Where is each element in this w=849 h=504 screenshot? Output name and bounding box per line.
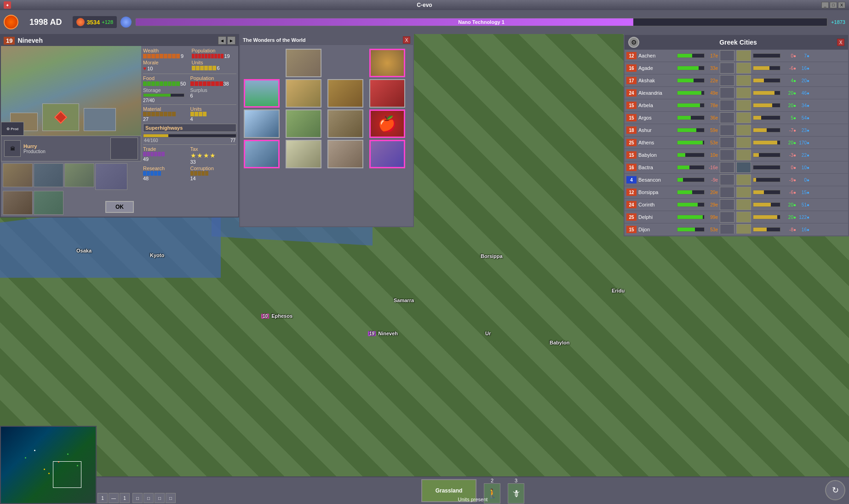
wonder-eiffel[interactable] xyxy=(286,140,321,168)
wealth-label: Wealth xyxy=(143,48,188,53)
minimap-zoom-1[interactable]: 1 xyxy=(98,493,108,503)
table-row[interactable]: 12 Borsippa 20e -6● 15● xyxy=(625,186,848,199)
minimap-btn-d[interactable]: □ xyxy=(166,493,176,503)
close-button[interactable]: X xyxy=(838,2,845,8)
wonder-vitruvian[interactable] xyxy=(369,49,405,77)
wonder-sphinx[interactable] xyxy=(369,79,405,108)
table-row[interactable]: 25 Athens 53e 20● 170● xyxy=(625,137,848,149)
city-osaka[interactable]: Osaka xyxy=(71,248,92,253)
wealth-pip-4 xyxy=(155,54,159,58)
building-4 xyxy=(95,163,127,190)
table-row[interactable]: 15 Argos 36e 5● 54● xyxy=(625,112,848,124)
ok-button[interactable]: OK xyxy=(105,201,134,213)
city-thumb xyxy=(720,137,734,148)
tax-value: 33 xyxy=(190,159,196,165)
city-thumb xyxy=(720,187,734,198)
city-panel-header: 19 Nineveh ◄ ► xyxy=(1,35,238,46)
wonder-apple[interactable]: 🍎 xyxy=(369,109,405,138)
minimap-zoom-2[interactable]: 1 xyxy=(120,493,130,503)
pop-pip-1 xyxy=(192,54,195,58)
minimap-btn-b[interactable]: □ xyxy=(143,493,154,503)
minimap-viewport xyxy=(53,461,81,488)
minimize-button[interactable]: _ xyxy=(821,2,829,8)
unit1-count: 2 xyxy=(491,478,493,483)
units-pip-3 xyxy=(200,66,204,70)
city-eridu[interactable]: Eridu xyxy=(612,288,625,293)
wonder-machu[interactable] xyxy=(286,109,321,138)
game-area: Osaka Kyoto 10 Ephesos Samarra 19 Nineve… xyxy=(0,34,849,504)
wonder-lighthouse[interactable] xyxy=(244,140,280,168)
minimap-btn-c[interactable]: □ xyxy=(155,493,165,503)
table-row[interactable]: 18 Ashur 59e -7● 23● xyxy=(625,124,848,137)
food-value: 50 xyxy=(180,81,186,86)
gear-icon[interactable]: ⚙ xyxy=(628,37,639,48)
wealth-section: Wealth xyxy=(143,48,188,59)
table-row[interactable]: 12 Aachen 17e 0● 7● xyxy=(625,50,848,62)
table-row[interactable]: 25 Delphi 99e 20● 122● xyxy=(625,211,848,223)
unit-thumb xyxy=(736,212,751,223)
city-prev-button[interactable]: ◄ xyxy=(218,36,226,45)
city-ur[interactable]: Ur xyxy=(485,331,491,336)
units-pip-2 xyxy=(196,66,200,70)
city-thumb xyxy=(720,63,734,74)
surplus-value: 6 xyxy=(190,93,193,98)
wonders-header: The Wonders of the World X xyxy=(240,35,413,45)
compass-button[interactable]: ↻ xyxy=(825,480,845,500)
city-borsippa[interactable]: Borsippa xyxy=(481,253,503,259)
minimap-controls[interactable]: 1 — 1 □ □ □ □ xyxy=(97,492,177,504)
wonder-ziggurat[interactable] xyxy=(327,109,363,138)
units-pip-1 xyxy=(192,66,195,70)
tech-bar-fill xyxy=(136,18,633,26)
unit2-count: 3 xyxy=(515,478,517,483)
table-row[interactable]: 17 Akshak 22e 4● 20● xyxy=(625,74,848,87)
wonders-close-button[interactable]: X xyxy=(403,36,410,44)
wonder-liberty[interactable] xyxy=(244,79,280,108)
table-row[interactable]: 24 Corinth 29e 20● 51● xyxy=(625,199,848,211)
table-row[interactable]: 15 Arbela 78e 20● 34● xyxy=(625,99,848,112)
city-thumb xyxy=(720,100,734,111)
building-6 xyxy=(34,191,63,215)
city-thumb xyxy=(720,75,734,86)
storage-bar xyxy=(143,93,184,97)
city-ephesos[interactable]: 10 Ephesos xyxy=(261,313,293,319)
pop-pip-7 xyxy=(211,54,214,58)
unit-thumb xyxy=(736,137,751,148)
city-babylon[interactable]: Babylon xyxy=(550,340,569,345)
minimap[interactable] xyxy=(0,426,97,504)
window-controls[interactable]: _ □ X xyxy=(821,2,845,8)
wonder-colosseum[interactable] xyxy=(327,79,363,108)
wonder-palace[interactable] xyxy=(369,140,405,168)
table-row[interactable]: 24 Alexandria 49e 20● 46● xyxy=(625,87,848,99)
city-thumb xyxy=(720,149,734,160)
units-info: 2 🚶 3 🗡 xyxy=(484,478,524,504)
population-section: Population xyxy=(192,48,237,59)
wonder-ship[interactable] xyxy=(244,109,280,138)
table-row[interactable]: 15 Dijon 53e -8● 16● xyxy=(625,223,848,234)
morale-section: Morale ♥ 10 xyxy=(143,60,188,72)
wonder-temple[interactable] xyxy=(286,49,321,77)
wonder-pyramids[interactable] xyxy=(286,79,321,108)
food-section: Food xyxy=(143,75,236,103)
table-row[interactable]: 16 Agade 33e -6● 16● xyxy=(625,62,848,74)
hurry-icon: 🏛 xyxy=(4,140,21,157)
maximize-button[interactable]: □ xyxy=(830,2,837,8)
minimap-zoom-dash[interactable]: — xyxy=(109,493,119,503)
osaka-name: Osaka xyxy=(76,248,92,253)
greek-city-list[interactable]: 12 Aachen 17e 0● 7● 16 Agade 33e -6● 16● xyxy=(625,50,848,234)
greek-close-button[interactable]: X xyxy=(837,39,844,46)
city-kyoto[interactable]: Kyoto xyxy=(145,252,164,258)
units-label: Units xyxy=(192,60,237,65)
city-next-button[interactable]: ► xyxy=(227,36,235,45)
table-row[interactable]: 4 Besancon -9e -9● 0● xyxy=(625,174,848,186)
city-number: 19 xyxy=(4,37,15,45)
city-nineveh-map[interactable]: 19 Nineveh xyxy=(368,331,398,336)
city-samarra[interactable]: Samarra xyxy=(394,298,414,303)
table-row[interactable]: 15 Babylon 10e -3● 22● xyxy=(625,149,848,161)
borsippa-name: Borsippa xyxy=(481,253,503,259)
wonder-bust[interactable] xyxy=(327,140,363,168)
building-2 xyxy=(34,163,63,187)
table-row[interactable]: 16 Bactra -16e 0● 10● xyxy=(625,161,848,174)
minimap-btn-a[interactable]: □ xyxy=(132,493,143,503)
city-panel: 19 Nineveh ◄ ► ⚙ Prod xyxy=(0,34,239,218)
wonders-title: The Wonders of the World xyxy=(243,37,305,43)
